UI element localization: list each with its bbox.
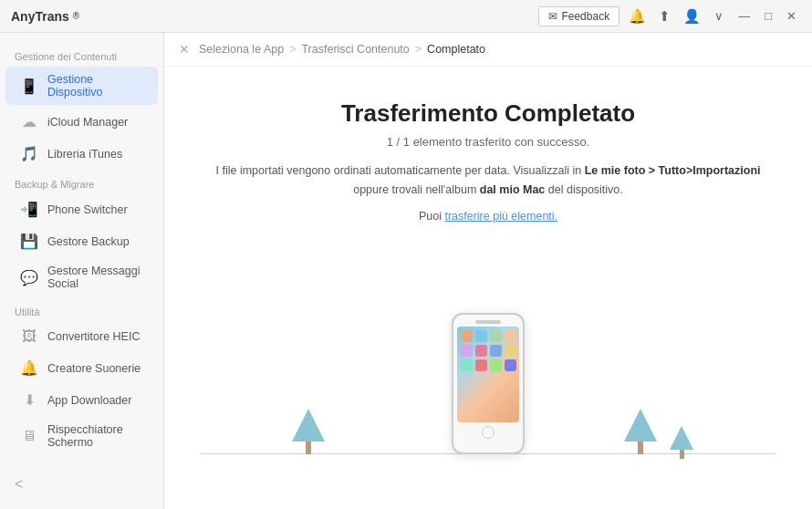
trademark: ® xyxy=(73,11,79,21)
app-title: AnyTrans® xyxy=(11,9,79,24)
screen-icon: 🖥 xyxy=(20,428,38,444)
sidebar-item-icloud-manager[interactable]: ☁ iCloud Manager xyxy=(5,107,158,137)
transfer-title: Trasferimento Completato xyxy=(341,99,635,128)
app-name: AnyTrans xyxy=(11,9,69,24)
app-icon-12 xyxy=(505,359,516,371)
app-icon-7 xyxy=(490,345,502,357)
sidebar-label-backup: Gestore Backup xyxy=(47,235,130,248)
sidebar-item-rispecchiatore-schermo[interactable]: 🖥 Rispecchiatore Schermo xyxy=(5,417,158,455)
app-icon-10 xyxy=(475,359,487,371)
image-icon: 🖼 xyxy=(20,328,38,345)
section-label-utilita: Utilità xyxy=(0,297,163,321)
phone xyxy=(452,313,525,454)
content-area: ✕ Seleziona le App > Trasferisci Contenu… xyxy=(164,33,812,509)
sidebar-item-convertitore-heic[interactable]: 🖼 Convertitore HEIC xyxy=(5,322,158,351)
tree-right-1 xyxy=(624,409,657,454)
user-icon[interactable]: 👤 xyxy=(680,6,704,26)
sidebar-label-gestione-dispositivo: Gestione Dispositivo xyxy=(47,73,143,99)
ringtone-icon: 🔔 xyxy=(20,359,38,377)
app-icon-8 xyxy=(505,345,516,357)
tree-right2-leaf xyxy=(670,426,693,450)
cloud-icon: ☁ xyxy=(20,113,38,130)
app-icon-6 xyxy=(475,345,487,357)
title-bar-controls: ✉ Feedback 🔔 ⬆ 👤 ∨ — □ ✕ xyxy=(538,6,801,26)
switch-icon: 📲 xyxy=(20,201,38,218)
tree-right1-leaf xyxy=(624,409,657,441)
app-icon-2 xyxy=(475,330,487,342)
sidebar-label-schermo: Rispecchiatore Schermo xyxy=(47,423,143,449)
sidebar-label-phone-switcher: Phone Switcher xyxy=(47,203,128,216)
upload-icon[interactable]: ⬆ xyxy=(655,6,674,26)
tree-left xyxy=(292,409,325,454)
chat-icon: 💬 xyxy=(20,269,38,286)
chevron-down-icon[interactable]: ∨ xyxy=(710,7,728,25)
sidebar-bottom: < xyxy=(0,469,163,500)
transfer-link-line: Puoi trasferire più elementi. xyxy=(419,210,557,223)
desc-bold-1: Le mie foto > Tutto>Importazioni xyxy=(585,164,761,177)
tree-right1-trunk xyxy=(638,441,643,454)
feedback-icon: ✉ xyxy=(548,10,557,23)
section-label-backup: Backup & Migrare xyxy=(0,170,163,193)
app-icon-9 xyxy=(461,359,473,371)
tree-right-2 xyxy=(670,426,693,459)
tree-left-trunk xyxy=(306,441,311,454)
backup-icon: 💾 xyxy=(20,233,38,250)
sidebar-label-itunes: Libreria iTunes xyxy=(47,148,122,161)
section-label-contenuti: Gestione dei Contenuti xyxy=(0,42,163,66)
phone-app-icons xyxy=(457,327,519,375)
maximize-button[interactable]: □ xyxy=(760,7,776,25)
phone-home-button xyxy=(482,426,494,439)
phone-screen xyxy=(457,327,519,422)
transfer-more-link[interactable]: trasferire più elementi. xyxy=(444,210,557,223)
sidebar-item-gestore-backup[interactable]: 💾 Gestore Backup xyxy=(5,226,158,256)
title-bar: AnyTrans® ✉ Feedback 🔔 ⬆ 👤 ∨ — □ ✕ xyxy=(0,0,812,33)
breadcrumb-close-icon[interactable]: ✕ xyxy=(179,42,190,57)
app-icon-4 xyxy=(505,330,516,342)
sidebar-label-messaggi: Gestore Messaggi Social xyxy=(47,265,143,290)
sidebar-label-suonerie: Creatore Suonerie xyxy=(47,362,141,375)
sidebar-label-app-downloader: App Downloader xyxy=(47,394,131,407)
device-icon: 📱 xyxy=(20,78,38,95)
app-icon-11 xyxy=(490,359,502,371)
sidebar-item-gestore-messaggi[interactable]: 💬 Gestore Messaggi Social xyxy=(5,258,158,296)
breadcrumb: ✕ Seleziona le App > Trasferisci Contenu… xyxy=(164,33,812,67)
breadcrumb-step-3: Completato xyxy=(427,43,485,56)
bell-icon[interactable]: 🔔 xyxy=(625,6,650,26)
tree-left-leaf xyxy=(292,409,325,441)
app-icon-1 xyxy=(461,330,473,342)
app-icon-3 xyxy=(490,330,502,342)
phone-speaker xyxy=(475,320,501,324)
transfer-subtitle: 1 / 1 elemento trasferito con successo. xyxy=(387,135,590,149)
sidebar-item-creatore-suonerie[interactable]: 🔔 Creatore Suonerie xyxy=(5,353,158,383)
breadcrumb-sep-2: > xyxy=(415,43,422,56)
main-layout: Gestione dei Contenuti 📱 Gestione Dispos… xyxy=(0,33,812,509)
close-button[interactable]: ✕ xyxy=(782,7,801,25)
feedback-label: Feedback xyxy=(561,10,609,23)
download-icon: ⬇ xyxy=(20,391,38,409)
breadcrumb-step-2: Trasferisci Contenuto xyxy=(301,43,409,56)
desc-bold-2: dal mio Mac xyxy=(480,183,546,196)
sidebar-collapse-button[interactable]: < xyxy=(15,476,23,492)
sidebar-item-gestione-dispositivo[interactable]: 📱 Gestione Dispositivo xyxy=(5,67,158,105)
minimize-button[interactable]: — xyxy=(734,7,755,25)
app-icon-5 xyxy=(461,345,473,357)
main-content: Trasferimento Completato 1 / 1 elemento … xyxy=(164,67,812,509)
sidebar-label-icloud: iCloud Manager xyxy=(47,116,128,129)
transfer-description: I file importati vengono ordinati automa… xyxy=(216,161,761,201)
scene xyxy=(201,228,776,510)
sidebar-label-heic: Convertitore HEIC xyxy=(47,330,140,343)
breadcrumb-step-1: Seleziona le App xyxy=(199,43,284,56)
music-icon: 🎵 xyxy=(20,145,38,162)
sidebar-item-app-downloader[interactable]: ⬇ App Downloader xyxy=(5,385,158,415)
sidebar-item-phone-switcher[interactable]: 📲 Phone Switcher xyxy=(5,194,158,224)
sidebar-item-libreria-itunes[interactable]: 🎵 Libreria iTunes xyxy=(5,139,158,169)
sidebar: Gestione dei Contenuti 📱 Gestione Dispos… xyxy=(0,33,164,509)
tree-right2-trunk xyxy=(680,450,684,459)
feedback-button[interactable]: ✉ Feedback xyxy=(538,6,619,26)
breadcrumb-sep-1: > xyxy=(289,43,296,56)
